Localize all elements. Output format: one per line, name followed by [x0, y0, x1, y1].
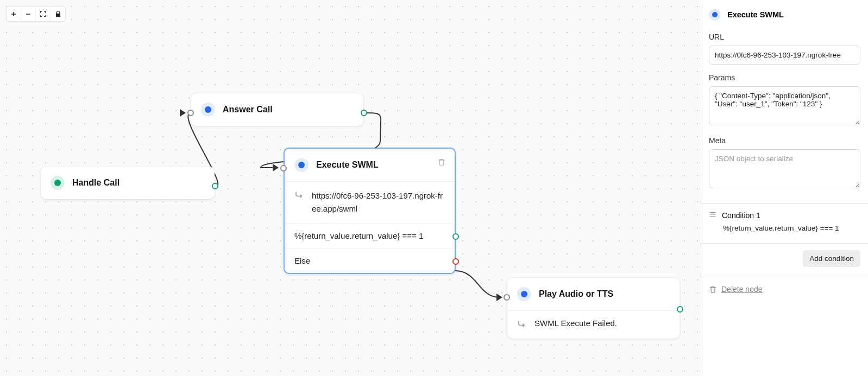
canvas-toolbar: [6, 6, 66, 22]
arrowhead-icon: [496, 294, 502, 301]
redirect-icon: [294, 190, 304, 202]
condition-row[interactable]: Condition 1: [701, 204, 868, 222]
node-url-value: https://0fc6-96-253-103-197.ngrok-free.a…: [312, 189, 445, 215]
output-port[interactable]: [212, 183, 218, 189]
node-title: Handle Call: [72, 178, 119, 188]
meta-textarea[interactable]: [709, 149, 860, 188]
zoom-out-button[interactable]: [21, 7, 36, 21]
trash-icon: [709, 285, 717, 294]
condition-expression: %{return_value.return_value} === 1: [294, 231, 423, 240]
else-output-port[interactable]: [452, 258, 459, 265]
url-label: URL: [709, 33, 860, 41]
node-handle-call[interactable]: Handle Call: [41, 167, 215, 199]
fullscreen-icon: [39, 10, 47, 18]
redirect-icon: [517, 320, 527, 331]
lock-icon: [54, 10, 62, 18]
input-port[interactable]: [187, 110, 194, 116]
else-label: Else: [294, 256, 310, 265]
node-type-dot: [517, 287, 531, 301]
node-title: Execute SWML: [316, 160, 379, 170]
sidebar-header: Execute SWML: [709, 9, 860, 21]
node-type-dot: [51, 176, 65, 190]
node-title: Play Audio or TTS: [539, 289, 613, 299]
input-port[interactable]: [280, 165, 287, 171]
fit-view-button[interactable]: [36, 7, 51, 21]
output-port[interactable]: [677, 306, 683, 313]
params-textarea[interactable]: [709, 86, 860, 125]
meta-label: Meta: [709, 136, 860, 145]
output-port[interactable]: [361, 110, 367, 116]
url-input[interactable]: [709, 46, 860, 65]
condition-output-port[interactable]: [452, 233, 459, 240]
sidebar-title: Execute SWML: [727, 10, 784, 19]
node-else-section: Else: [285, 248, 455, 273]
condition-expression-value: %{return_value.return_value} === 1: [701, 222, 868, 240]
add-condition-button[interactable]: Add condition: [803, 250, 860, 267]
node-type-dot: [709, 9, 721, 21]
delete-node-icon-button[interactable]: [437, 158, 446, 169]
node-properties-panel: Execute SWML URL Params Meta Condition 1…: [701, 0, 868, 376]
delete-node-row: Delete node: [701, 277, 868, 301]
node-text-section: SWML Execute Failed.: [507, 310, 680, 339]
lock-toggle-button[interactable]: [51, 7, 65, 21]
params-label: Params: [709, 73, 860, 82]
condition-label: Condition 1: [722, 211, 760, 220]
minus-icon: [24, 10, 32, 18]
node-play-audio[interactable]: Play Audio or TTS SWML Execute Failed.: [507, 278, 680, 339]
arrowhead-icon: [273, 164, 279, 171]
node-type-dot: [294, 158, 309, 172]
node-title: Answer Call: [223, 105, 273, 114]
trash-icon: [437, 158, 446, 167]
node-type-dot: [201, 103, 215, 117]
delete-node-link[interactable]: Delete node: [721, 285, 763, 294]
node-condition-section: %{return_value.return_value} === 1: [285, 223, 455, 248]
input-port[interactable]: [504, 294, 510, 301]
node-text-value: SWML Execute Failed.: [534, 318, 617, 328]
arrowhead-icon: [180, 109, 186, 117]
node-url-section: https://0fc6-96-253-103-197.ngrok-free.a…: [285, 181, 455, 223]
zoom-in-button[interactable]: [7, 7, 21, 21]
node-execute-swml[interactable]: Execute SWML https://0fc6-96-253-103-197…: [284, 148, 456, 274]
drag-handle-icon[interactable]: [709, 211, 716, 220]
plus-icon: [10, 10, 17, 18]
node-answer-call[interactable]: Answer Call: [191, 93, 363, 126]
